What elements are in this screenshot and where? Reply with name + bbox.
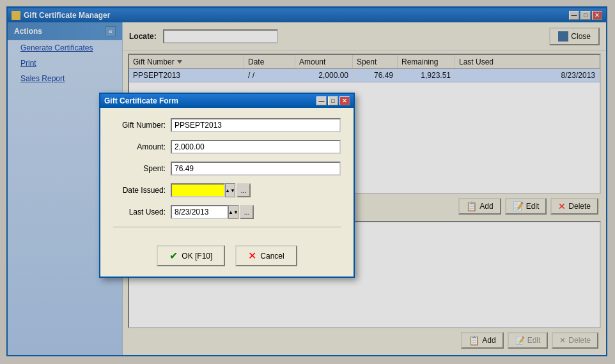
dialog-maximize-button[interactable]: □ — [328, 96, 338, 105]
date-issued-input[interactable] — [171, 183, 225, 197]
date-issued-row: Date Issued: ▲▼ ... — [113, 183, 341, 197]
ok-icon: ✔ — [169, 250, 178, 262]
dialog-minimize-button[interactable]: — — [316, 96, 327, 105]
dialog-divider — [113, 227, 341, 227]
amount-row: Amount: — [113, 140, 341, 154]
dialog-close-button[interactable]: ✕ — [339, 96, 350, 105]
dialog-footer: ✔ OK [F10] ✕ Cancel — [100, 240, 354, 277]
date-spin-button[interactable]: ▲▼ — [225, 183, 235, 197]
date-picker-button[interactable]: ... — [237, 183, 251, 197]
cancel-button[interactable]: ✕ Cancel — [235, 245, 297, 266]
gift-number-label: Gift Number: — [113, 121, 171, 130]
dialog-title: Gift Certificate Form — [104, 96, 178, 105]
date-issued-control: ▲▼ ... — [171, 183, 251, 197]
ok-button[interactable]: ✔ OK [F10] — [157, 245, 225, 266]
last-used-control: ▲▼ ... — [171, 205, 254, 219]
amount-input[interactable] — [171, 140, 341, 154]
dialog-controls: — □ ✕ — [316, 96, 350, 105]
cancel-icon: ✕ — [248, 250, 256, 262]
last-used-label: Last Used: — [113, 208, 171, 216]
last-used-picker-button[interactable]: ... — [240, 205, 254, 219]
dialog-titlebar: Gift Certificate Form — □ ✕ — [100, 94, 354, 108]
dialog-body: Gift Number: Amount: Spent: Date Issued:… — [100, 108, 354, 240]
gift-certificate-dialog: Gift Certificate Form — □ ✕ Gift Number:… — [99, 93, 355, 278]
last-used-input[interactable] — [171, 205, 228, 219]
spent-input[interactable] — [171, 162, 341, 176]
gift-number-input[interactable] — [171, 118, 341, 132]
last-used-row: Last Used: ▲▼ ... — [113, 205, 341, 219]
amount-label: Amount: — [113, 142, 171, 151]
date-issued-label: Date Issued: — [113, 186, 171, 195]
last-used-spin-button[interactable]: ▲▼ — [228, 205, 238, 219]
spent-row: Spent: — [113, 162, 341, 176]
spent-label: Spent: — [113, 164, 171, 173]
gift-number-row: Gift Number: — [113, 118, 341, 132]
